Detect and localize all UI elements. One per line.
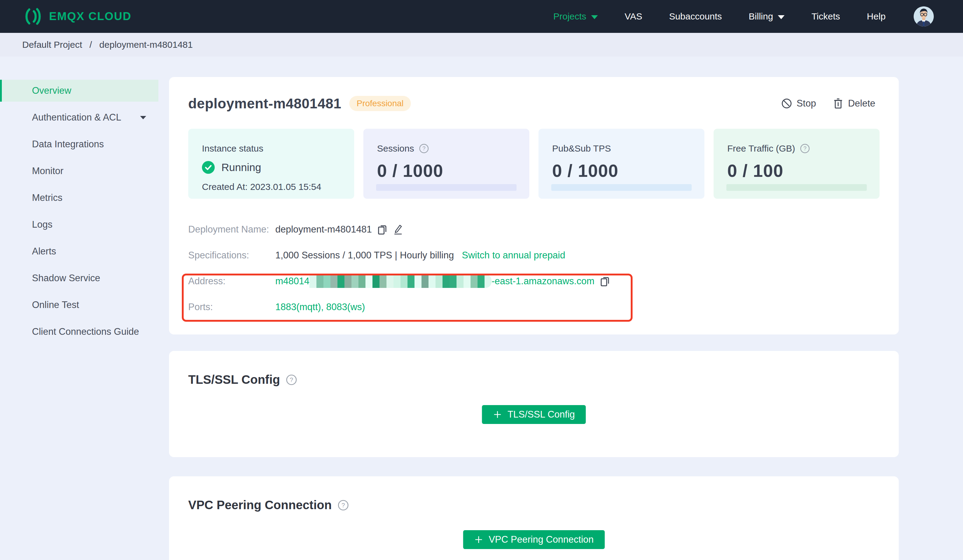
svg-text:?: ? bbox=[803, 146, 806, 152]
top-navbar: EMQX CLOUD Projects VAS Subaccounts Bill… bbox=[0, 0, 963, 33]
traffic-progress-bar bbox=[726, 184, 867, 191]
check-circle-icon bbox=[202, 161, 215, 174]
deployment-details: Deployment Name: deployment-m4801481 bbox=[188, 216, 880, 320]
instance-status-card: Instance status Running Created At: 2023… bbox=[188, 129, 354, 199]
sidebar-item-authentication-acl[interactable]: Authentication & ACL bbox=[0, 107, 158, 128]
breadcrumb-project[interactable]: Default Project bbox=[22, 40, 82, 50]
page-title: deployment-m4801481 bbox=[188, 95, 341, 112]
ports-row: Ports: 1883(mqtt), 8083(ws) bbox=[188, 294, 880, 320]
chevron-down-icon bbox=[778, 15, 785, 19]
sidebar-item-online-test[interactable]: Online Test bbox=[0, 294, 158, 316]
free-traffic-card: Free Traffic (GB) ? 0 / 100 bbox=[713, 129, 880, 199]
chevron-down-icon bbox=[140, 116, 146, 119]
emqx-logo-icon bbox=[23, 7, 42, 26]
status-text: Running bbox=[221, 161, 261, 173]
edit-icon[interactable] bbox=[392, 224, 403, 235]
nav-item-subaccounts[interactable]: Subaccounts bbox=[669, 11, 722, 22]
specifications-value: 1,000 Sessions / 1,000 TPS | Hourly bill… bbox=[275, 250, 454, 261]
sidebar-item-overview[interactable]: Overview bbox=[0, 80, 158, 102]
brand-logo[interactable]: EMQX CLOUD bbox=[23, 7, 131, 26]
sessions-card: Sessions ? 0 / 1000 bbox=[363, 129, 529, 199]
stop-icon bbox=[781, 98, 792, 109]
copy-icon[interactable] bbox=[600, 276, 610, 287]
sidebar-item-alerts[interactable]: Alerts bbox=[0, 240, 158, 262]
sidebar-item-logs[interactable]: Logs bbox=[0, 214, 158, 236]
help-icon[interactable]: ? bbox=[338, 500, 349, 511]
brand-name: EMQX CLOUD bbox=[49, 10, 131, 23]
main-content: deployment-m4801481 Professional Stop bbox=[169, 77, 899, 560]
address-suffix: -east-1.amazonaws.com bbox=[491, 276, 595, 287]
add-tls-ssl-config-button[interactable]: TLS/SSL Config bbox=[482, 405, 586, 424]
sessions-progress-bar bbox=[376, 184, 517, 191]
plus-icon bbox=[474, 535, 483, 544]
help-icon[interactable]: ? bbox=[419, 144, 429, 154]
address-row: Address: m48014 -east-1.amazonaws.com bbox=[188, 268, 880, 294]
user-avatar[interactable] bbox=[914, 6, 934, 26]
nav-item-projects[interactable]: Projects bbox=[553, 11, 598, 22]
nav-item-help[interactable]: Help bbox=[867, 11, 886, 22]
stat-cards: Instance status Running Created At: 2023… bbox=[188, 129, 880, 199]
ports-value: 1883(mqtt), 8083(ws) bbox=[275, 302, 365, 312]
nav-item-billing[interactable]: Billing bbox=[749, 11, 785, 22]
svg-text:?: ? bbox=[290, 376, 293, 383]
trash-icon bbox=[833, 98, 843, 109]
svg-text:?: ? bbox=[342, 502, 345, 508]
sidebar-item-monitor[interactable]: Monitor bbox=[0, 160, 158, 182]
deployment-name-value: deployment-m4801481 bbox=[275, 224, 372, 235]
created-at: Created At: 2023.01.05 15:54 bbox=[202, 182, 340, 192]
nav-menu: Projects VAS Subaccounts Billing Tickets… bbox=[553, 6, 934, 26]
deployment-name-row: Deployment Name: deployment-m4801481 bbox=[188, 216, 880, 242]
delete-button[interactable]: Delete bbox=[833, 98, 875, 109]
sidebar: Overview Authentication & ACL Data Integ… bbox=[0, 57, 158, 348]
help-icon[interactable]: ? bbox=[800, 144, 810, 154]
sidebar-item-data-integrations[interactable]: Data Integrations bbox=[0, 133, 158, 155]
help-icon[interactable]: ? bbox=[286, 374, 297, 385]
pubsub-tps-card: Pub&Sub TPS 0 / 1000 bbox=[538, 129, 704, 199]
plan-badge: Professional bbox=[349, 96, 411, 111]
copy-icon[interactable] bbox=[377, 224, 387, 235]
switch-annual-prepaid-link[interactable]: Switch to annual prepaid bbox=[462, 250, 565, 261]
vpc-peering-card: VPC Peering Connection ? bbox=[169, 476, 899, 560]
breadcrumb-deployment: deployment-m4801481 bbox=[99, 40, 193, 50]
breadcrumb: Default Project / deployment-m4801481 bbox=[0, 33, 963, 57]
chevron-down-icon bbox=[591, 15, 598, 19]
nav-item-vas[interactable]: VAS bbox=[625, 11, 642, 22]
tls-section-title: TLS/SSL Config bbox=[188, 373, 280, 387]
app-root: EMQX CLOUD Projects VAS Subaccounts Bill… bbox=[0, 0, 963, 560]
sidebar-item-metrics[interactable]: Metrics bbox=[0, 187, 158, 209]
address-prefix: m48014 bbox=[275, 276, 310, 287]
vpc-section-title: VPC Peering Connection bbox=[188, 498, 332, 512]
plus-icon bbox=[493, 410, 502, 419]
svg-text:?: ? bbox=[422, 146, 425, 152]
sidebar-item-client-connections-guide[interactable]: Client Connections Guide bbox=[0, 321, 158, 343]
specifications-row: Specifications: 1,000 Sessions / 1,000 T… bbox=[188, 242, 880, 268]
sidebar-item-shadow-service[interactable]: Shadow Service bbox=[0, 267, 158, 289]
add-vpc-peering-button[interactable]: VPC Peering Connection bbox=[463, 530, 605, 549]
tls-ssl-card: TLS/SSL Config ? bbox=[169, 351, 899, 457]
deployment-overview-card: deployment-m4801481 Professional Stop bbox=[169, 77, 899, 335]
stop-button[interactable]: Stop bbox=[781, 98, 816, 109]
address-redacted bbox=[310, 275, 491, 288]
tps-progress-bar bbox=[551, 184, 692, 191]
breadcrumb-separator: / bbox=[89, 40, 92, 50]
nav-item-tickets[interactable]: Tickets bbox=[811, 11, 840, 22]
